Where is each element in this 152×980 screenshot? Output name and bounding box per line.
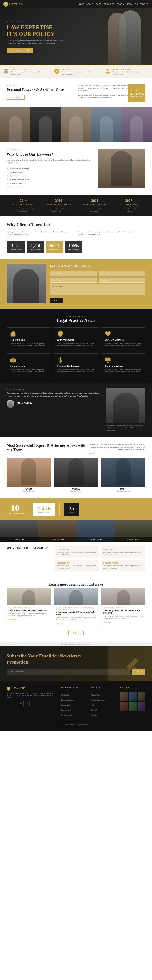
about-cta-button[interactable]: READ MORE (6, 95, 25, 100)
nav-case[interactable]: CASE (96, 3, 102, 5)
footer-service-link-4[interactable]: Personal Lawyer (61, 714, 72, 716)
appointment-form: MAKE AN APPOINTMENT Send (50, 265, 146, 303)
team-member-1 (0, 107, 30, 142)
team-view-all-link[interactable]: View All (89, 453, 95, 455)
feature-effective: EFFECTIVE There are many variations of p… (51, 65, 101, 78)
footer-support-link-2[interactable]: FAQ (91, 704, 94, 706)
footer-grid: ⚖ LAWONE Lorem ipsum dolor sit amet, con… (6, 687, 146, 718)
footer-support-link-1[interactable]: Terms & Conditions (91, 699, 104, 701)
footer-support-link-3[interactable]: Contact Us (91, 709, 98, 711)
nav-contact[interactable]: CONTACT US (135, 3, 149, 5)
appointment-submit-button[interactable]: Send (50, 298, 63, 303)
why-choose-image (98, 149, 146, 188)
main-nav: HOME ABOUT CASE SERVICES PAGE ▾ NEWS CON… (78, 3, 149, 5)
footer-support-link-4[interactable]: About Us (91, 714, 97, 716)
nav-home[interactable]: HOME (78, 3, 84, 5)
gallery-thumb-1 (129, 692, 137, 701)
news-card-text-2: Lorem ipsum dolor sit amet, consectetur … (103, 615, 144, 620)
twitter-icon[interactable]: t (13, 701, 18, 706)
footer-support-1: Terms & Conditions (91, 697, 116, 702)
feature-text-here-for-you: HERE FOR YOU There are many variations o… (112, 68, 149, 75)
footer-service-link-1[interactable]: Domestic Violence (61, 699, 74, 701)
testimonial-author-name: JONNY RACHEL (16, 402, 32, 404)
about-right: Lorem ipsum dolor sit amet, consectetur … (78, 84, 146, 101)
why-choose-desc: Lorem ipsum dolor sit amet, consectetur … (6, 159, 93, 164)
nav-services[interactable]: SERVICES (104, 3, 114, 5)
why-client-title: Why Client Choose Us? (6, 222, 146, 227)
newsletter-email-input[interactable] (6, 669, 130, 675)
footer-service-link-0[interactable]: Criminal Law (61, 694, 70, 696)
testimonial-right: Lorem ipsum dolor sit amet, consectetur … (106, 388, 146, 432)
corporate-law-icon (10, 357, 16, 363)
practice-image-label-2: Domestic Violence (76, 537, 114, 542)
number-label-3: Criminal Lawyer (68, 249, 79, 250)
footer-service-link-2[interactable]: Company Law (61, 704, 71, 706)
news-card-link-0[interactable]: Read More (8, 619, 16, 620)
why-choose-left: OUR BENEFITS Why Choose Our Lawyers? Lor… (6, 149, 93, 189)
why-list-item-1: Private and trust (6, 170, 93, 174)
stat-year-2: 2021 (83, 199, 107, 203)
name-input[interactable] (50, 271, 97, 276)
stat-desc-0: Lorem ipsum dolor sit amet, consectetur … (12, 206, 34, 212)
newsletter-submit-button[interactable]: Post (132, 669, 146, 675)
nav-about[interactable]: ABOUT (86, 3, 94, 5)
linkedin-icon[interactable]: in (19, 701, 24, 706)
hero-cta-button[interactable]: FREE CONSULTING (6, 48, 33, 53)
team-title: Most Successful Expert & Attorney works … (6, 443, 89, 452)
stat-0: 2014 STARTED JOURNEY Lorem ipsum dolor s… (12, 199, 34, 212)
footer-support-2: FAQ (91, 703, 116, 706)
capable-item-desc-0: Lorem ipsum dolor sit amet consectetur a… (57, 551, 97, 555)
practice-image-1: Domestic Violence (38, 520, 76, 542)
avatar-silhouette (8, 401, 13, 408)
stat-desc-1: Lorem ipsum dolor sit amet, consectetur … (45, 206, 67, 212)
nav-news[interactable]: NEWS (126, 3, 133, 5)
news-card-tag-1: IN AN ANNOUNCING IN OF COMPARISON AND PL… (56, 607, 96, 610)
svg-rect-4 (105, 358, 110, 361)
message-textarea[interactable] (50, 284, 146, 295)
financial-settlements-icon (57, 357, 64, 363)
practice-image-label-1: Domestic Violence (38, 537, 76, 542)
client-right: Lorem ipsum dolor sit amet, consectetur … (78, 231, 146, 238)
number-label-0: Convinced Clients (10, 249, 22, 250)
news-card-body-1: IN AN ANNOUNCING IN OF COMPARISON AND PL… (54, 605, 98, 627)
why-choose-list: Experience law attorneys Private and tru… (6, 167, 93, 189)
footer-support-4: About Us (91, 713, 116, 716)
team-card-person-1 (68, 458, 84, 485)
why-list-item-0: Experience law attorneys (6, 167, 93, 170)
stat-year-1: 2016 (45, 199, 72, 203)
stat-label-1: WE EMPLOYED LAWYERS (45, 203, 72, 205)
news-card-link-1[interactable]: Read More (56, 623, 63, 624)
email-input[interactable] (99, 271, 146, 276)
footer-support-link-0[interactable]: Privacy Policy (91, 694, 101, 696)
watermark-text: www.PremiumPixelPowerThemes.com (1, 643, 151, 645)
footer-service-0: Criminal Law (61, 692, 86, 697)
appointment-title: MAKE AN APPOINTMENT (50, 265, 146, 268)
nav-page[interactable]: PAGE ▾ (117, 3, 124, 5)
case-type-input[interactable] (99, 277, 146, 283)
number-box-2: 260% Happiness Level (46, 241, 63, 253)
news-person-1 (69, 590, 83, 605)
news-card-text-1: Lorem ipsum dolor sit amet, consectetur … (56, 617, 96, 621)
why-list-item-3: Numerous victories known (6, 178, 93, 181)
testimonial-avatar (6, 400, 14, 408)
practice-image-label-3: Company Law (114, 537, 152, 542)
practice-grid: Real State Law Lorem ipsum dolor sit ame… (6, 327, 146, 377)
team-member-3 (61, 107, 91, 142)
phone-input[interactable] (50, 277, 97, 283)
footer-service-link-3[interactable]: Financial Law (61, 709, 70, 711)
news-grid: WHAT WE ARE CAPABLE What We Are Capable … (6, 588, 146, 627)
feature-title-0: EXPERIENCED (11, 68, 48, 70)
experience-awards-number: 25 (68, 505, 74, 512)
client-text1: Lorem ipsum dolor sit amet, consectetur … (6, 231, 74, 236)
youtube-icon[interactable]: y (25, 701, 30, 706)
team-card-0: NASIM Criminal Lawyer (6, 458, 51, 492)
team-card-2: MALIK Domestic Violence (101, 458, 146, 492)
news-card-link-2[interactable]: Read More (103, 621, 111, 623)
footer-gallery-col: GALLERY (120, 687, 146, 718)
practice-title: Legal Practice Areas (6, 318, 146, 323)
facebook-icon[interactable]: f (6, 701, 11, 706)
news-card-body-0: WHAT WE ARE CAPABLE What We Are Capable … (7, 605, 51, 623)
news-card-title-0: What We Are Capable As Gets Discovered (8, 609, 49, 612)
capable-item-3: DOCUMENTATION Lorem ipsum dolor sit amet… (101, 560, 146, 571)
news-view-all-button[interactable]: View All (68, 631, 84, 635)
